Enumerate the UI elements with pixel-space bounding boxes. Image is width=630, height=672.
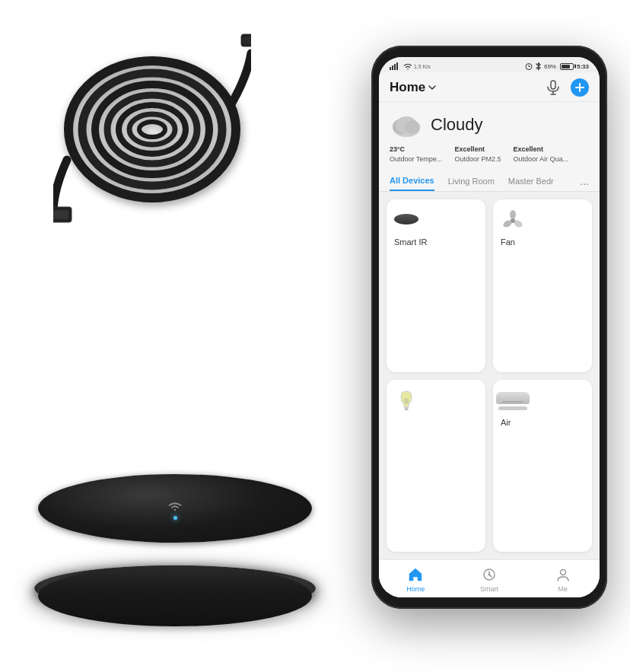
- weather-main: Cloudy: [390, 111, 589, 139]
- tab-more-button[interactable]: ···: [580, 177, 589, 189]
- nav-me[interactable]: Me: [526, 566, 600, 593]
- device-card-ac[interactable]: Air: [493, 380, 592, 552]
- svg-rect-8: [243, 37, 251, 44]
- smart-nav-icon: [481, 566, 498, 583]
- weather-stats: 23°C Outdoor Tempe... Excellent Outdoor …: [390, 145, 589, 164]
- mic-button[interactable]: [545, 79, 562, 96]
- nav-smart[interactable]: Smart: [453, 566, 527, 593]
- pm25-stat: Excellent Outdoor PM2.5: [454, 145, 501, 164]
- phone-frame: 1.5 K/s 69% 5:33: [371, 46, 607, 609]
- weather-condition: Cloudy: [431, 115, 482, 135]
- svg-point-24: [405, 120, 420, 134]
- ac-label: Air: [501, 418, 584, 427]
- ir-device: [30, 474, 320, 626]
- smart-ir-label: Smart IR: [394, 237, 478, 247]
- home-label: Home: [390, 80, 425, 95]
- tab-all-devices[interactable]: All Devices: [390, 176, 434, 191]
- svg-point-5: [129, 114, 175, 145]
- home-nav-label: Home: [406, 585, 425, 593]
- nav-home[interactable]: Home: [379, 566, 453, 593]
- scene: 1.5 K/s 69% 5:33: [0, 0, 630, 672]
- ir-device-area: [15, 383, 335, 626]
- svg-rect-13: [394, 64, 396, 70]
- data-speed: 1.5 K/s: [414, 64, 431, 69]
- svg-point-37: [560, 570, 565, 575]
- device-side: [38, 565, 312, 626]
- cloud-icon: [390, 111, 423, 139]
- wifi-indicator: [167, 499, 183, 520]
- fan-label: Fan: [501, 237, 584, 247]
- add-button[interactable]: [571, 78, 589, 97]
- cable-area: [30, 23, 274, 266]
- svg-point-36: [488, 574, 491, 576]
- temperature-stat: 23°C Outdoor Tempe...: [390, 145, 442, 164]
- me-nav-icon: [555, 566, 571, 583]
- home-nav-icon: [407, 566, 424, 583]
- svg-rect-14: [396, 62, 398, 70]
- svg-rect-12: [392, 65, 393, 70]
- status-right: 69% 5:33: [525, 62, 589, 71]
- status-time: 5:33: [577, 63, 589, 70]
- tab-master-bedroom[interactable]: Master Bedr: [508, 177, 554, 190]
- room-tabs: All Devices Living Room Master Bedr ···: [379, 171, 600, 192]
- weather-section: Cloudy 23°C Outdoor Tempe... Excellent O…: [379, 102, 600, 171]
- ac-card-icon: [501, 389, 525, 413]
- tab-living-room[interactable]: Living Room: [448, 177, 495, 190]
- bottom-nav: Home Smart: [379, 559, 600, 597]
- device-card-smart-ir[interactable]: Smart IR: [387, 199, 485, 371]
- bulb-card-icon: [394, 389, 418, 413]
- svg-rect-10: [53, 210, 68, 219]
- me-nav-label: Me: [558, 585, 568, 593]
- fan-card-icon: [501, 209, 525, 233]
- svg-rect-16: [551, 81, 555, 89]
- battery-icon: [560, 63, 574, 70]
- smart-ir-disc: [394, 214, 418, 225]
- status-left: 1.5 K/s: [390, 62, 431, 70]
- home-title[interactable]: Home: [390, 80, 436, 95]
- phone-screen: 1.5 K/s 69% 5:33: [379, 57, 600, 597]
- app-header: Home: [379, 72, 600, 102]
- header-icons: [545, 78, 589, 97]
- device-top-face: [38, 474, 312, 543]
- svg-rect-11: [390, 67, 391, 70]
- svg-rect-30: [404, 407, 409, 409]
- device-card-bulb[interactable]: [387, 380, 485, 552]
- battery-percent: 69%: [544, 63, 556, 70]
- smart-nav-label: Smart: [480, 585, 498, 593]
- svg-rect-31: [405, 409, 409, 410]
- air-stat: Excellent Outdoor Air Qua...: [513, 145, 568, 164]
- device-grid: Smart IR Fan: [379, 192, 600, 559]
- svg-point-6: [139, 122, 165, 137]
- smart-ir-card-icon: [394, 209, 418, 233]
- cable-coil: [53, 30, 251, 228]
- svg-point-1: [82, 73, 222, 186]
- svg-point-29: [511, 219, 515, 223]
- wifi-led: [173, 516, 177, 520]
- phone-mockup: 1.5 K/s 69% 5:33: [371, 46, 607, 609]
- svg-point-26: [510, 210, 516, 219]
- status-bar: 1.5 K/s 69% 5:33: [379, 57, 600, 72]
- device-card-fan[interactable]: Fan: [493, 199, 592, 371]
